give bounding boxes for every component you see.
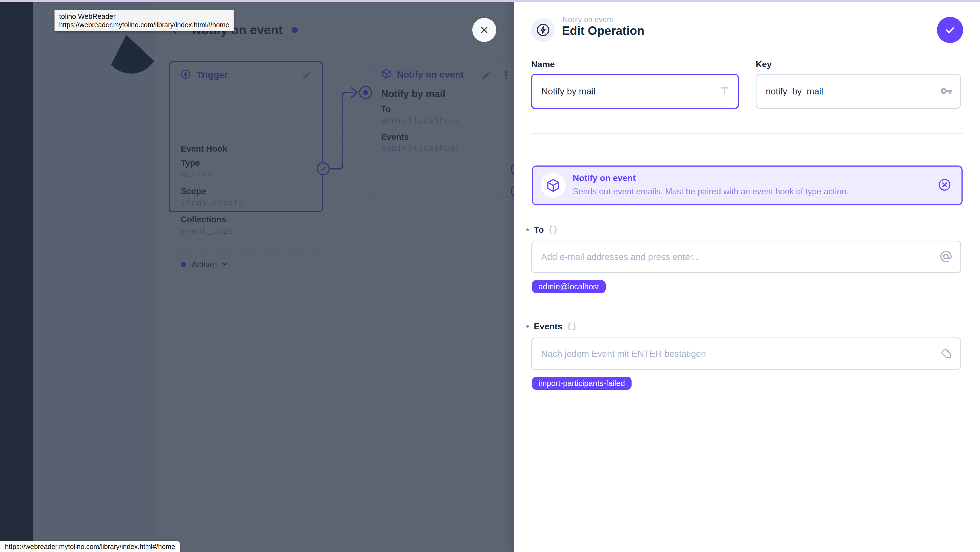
- link-tooltip: tolino WebReader https://webreader.mytol…: [54, 10, 234, 31]
- required-dot: [526, 325, 529, 328]
- name-input-wrapper: [531, 74, 739, 109]
- event-chip[interactable]: import-participants-failed: [532, 377, 632, 390]
- email-chip[interactable]: admin@localhost: [532, 280, 606, 293]
- events-input-wrapper: [531, 337, 961, 370]
- notice-title: Notify on event: [573, 173, 636, 183]
- save-button[interactable]: [937, 17, 963, 43]
- close-drawer-button[interactable]: [472, 18, 496, 42]
- to-input[interactable]: [532, 242, 960, 272]
- status-url: https://webreader.mytolino.com/library/i…: [5, 543, 175, 550]
- circled-x-icon: [937, 178, 952, 192]
- key-field-label: Key: [756, 59, 772, 69]
- check-icon: [943, 24, 956, 37]
- notice-description: Sends out event emails. Must be paired w…: [573, 187, 848, 197]
- tooltip-url: https://webreader.mytolino.com/library/i…: [59, 21, 229, 29]
- window-top-edge: [0, 0, 980, 2]
- close-icon: [479, 25, 490, 35]
- chip-label: import-participants-failed: [538, 379, 625, 388]
- tooltip-title: tolino WebReader: [59, 12, 229, 21]
- key-icon: [940, 85, 952, 98]
- to-input-wrapper: [531, 240, 961, 273]
- mouse-cursor: [108, 32, 160, 75]
- events-field-label-row: Events {}: [526, 320, 577, 332]
- bolt-circle-icon: [536, 22, 550, 37]
- directus-flows-screen: Notify on event Trigger Event Hook Type …: [0, 0, 980, 552]
- tag-icon: [939, 347, 953, 360]
- events-field-label: Events: [534, 321, 562, 331]
- notice-dismiss-icon[interactable]: [937, 178, 952, 193]
- braces-icon[interactable]: {}: [567, 322, 577, 331]
- at-email-icon: [939, 250, 953, 264]
- drawer-breadcrumb: Notify on event: [562, 15, 613, 24]
- drawer-separator: [531, 133, 963, 134]
- notice-icon-circle: [541, 173, 566, 198]
- name-field-label: Name: [531, 59, 555, 69]
- name-input[interactable]: [532, 75, 738, 108]
- drawer-title: Edit Operation: [562, 24, 644, 38]
- key-input-wrapper: [756, 74, 961, 109]
- chip-label: admin@localhost: [538, 282, 599, 291]
- required-dot: [526, 228, 529, 231]
- tag-icon: [939, 347, 953, 361]
- box-icon: [546, 178, 560, 192]
- browser-status-bar: https://webreader.mytolino.com/library/i…: [0, 541, 180, 552]
- title-icon: [719, 85, 730, 98]
- drawer-header-icon-circle: [531, 18, 555, 42]
- drawer-backdrop[interactable]: [0, 0, 514, 552]
- key-input[interactable]: [757, 75, 960, 108]
- to-field-label-row: To {}: [526, 224, 558, 236]
- events-input[interactable]: [532, 338, 960, 369]
- braces-icon[interactable]: {}: [548, 225, 558, 234]
- operation-notice: Notify on event Sends out event emails. …: [532, 165, 963, 205]
- to-field-label: To: [534, 225, 544, 235]
